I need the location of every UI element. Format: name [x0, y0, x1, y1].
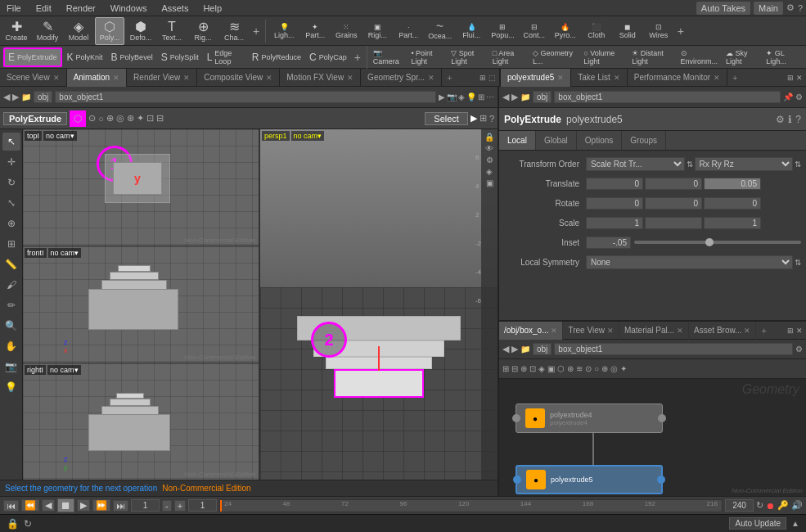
tl-record-icon[interactable]: ⏺	[766, 501, 775, 511]
perspective-viewport[interactable]: 2 persp1 no cam▾ 🔒 👁 ⚙	[260, 129, 498, 480]
auto-update-label[interactable]: Auto Update	[729, 517, 786, 530]
tab-scene-view[interactable]: Scene View ✕	[0, 69, 67, 87]
node-obj-name[interactable]: box_object1	[554, 343, 793, 355]
part2-button[interactable]: · Part...	[394, 17, 423, 45]
top-view-cam[interactable]: no cam▾	[43, 131, 77, 141]
close-icon[interactable]: ✕	[614, 74, 620, 82]
poly-button[interactable]: ⬡ Poly...	[95, 17, 124, 45]
front-view-cam[interactable]: no cam▾	[48, 248, 82, 258]
tab-groups[interactable]: Groups	[622, 131, 666, 150]
node-nav-back[interactable]: ◀	[502, 344, 509, 354]
zoom-icon[interactable]: 🔍	[2, 317, 20, 335]
node-close-icon[interactable]: ✕	[796, 327, 803, 335]
persp-view-cam[interactable]: no cam▾	[291, 131, 325, 141]
rotate-y[interactable]	[645, 197, 702, 210]
close-icon[interactable]: ✕	[266, 74, 272, 82]
pe-icon-6[interactable]: ⊛	[127, 113, 134, 124]
area-light-tool[interactable]: □ Area Light	[490, 47, 529, 67]
rig-button[interactable]: ⊕ Rig...	[188, 17, 218, 45]
transform-order-arrow[interactable]: ⇅	[687, 160, 693, 169]
object-name-input[interactable]: box_object1	[55, 91, 436, 103]
solid-button[interactable]: ◼ Solid	[613, 17, 642, 45]
local-symmetry-arrow[interactable]: ⇅	[795, 258, 801, 267]
node-tool-7[interactable]: ⬡	[557, 364, 565, 373]
node-tool-14[interactable]: ✦	[620, 364, 627, 373]
menu-edit[interactable]: Edit	[33, 3, 55, 13]
toolbar-add-icon-2[interactable]: +	[675, 25, 687, 38]
poly-toolbar-add[interactable]: +	[352, 51, 363, 64]
local-symmetry-select[interactable]: None	[586, 255, 793, 269]
timeline-track[interactable]: 24487296120144168192216	[219, 499, 723, 512]
translate-z[interactable]	[704, 178, 761, 190]
tl-prev-btn[interactable]: ⏪	[21, 499, 39, 512]
pe-icon-4[interactable]: ⊕	[106, 113, 114, 124]
main-label[interactable]: Main	[754, 2, 783, 15]
close-icon[interactable]: ✕	[557, 74, 564, 82]
transform-tool-icon[interactable]: ⊕	[2, 214, 20, 232]
part-button[interactable]: ✦ Part...	[300, 17, 330, 45]
wires-button[interactable]: ⊡ Wires	[644, 17, 673, 45]
node-tool-9[interactable]: ≋	[576, 364, 583, 373]
defo-button[interactable]: ⬢ Defo...	[126, 17, 155, 45]
toolbar-add-icon[interactable]: +	[250, 25, 262, 38]
node-obj-label[interactable]: obj	[533, 343, 552, 355]
text-button[interactable]: T Text...	[157, 17, 187, 45]
lock-icon-status[interactable]: 🔒	[7, 518, 19, 530]
vp-settings-icon[interactable]: ⚙	[486, 156, 493, 165]
polyreduce-tool[interactable]: R PolyReduce	[249, 47, 304, 67]
float-icon[interactable]: ⬚	[489, 74, 496, 82]
pe-question[interactable]: ⊞	[480, 113, 487, 124]
translate-y[interactable]	[645, 178, 702, 190]
obj-label[interactable]: obj	[34, 91, 52, 103]
scale-tool-icon[interactable]: ⤡	[2, 194, 20, 212]
node-tool-13[interactable]: ◎	[610, 364, 618, 373]
polyknit-tool[interactable]: K PolyKnit	[64, 47, 106, 67]
select-tool-icon[interactable]: ↖	[2, 133, 20, 151]
close-icon[interactable]: ✕	[428, 74, 435, 82]
help-icon[interactable]: ?	[798, 3, 803, 13]
tab-render-view[interactable]: Render View ✕	[127, 69, 197, 87]
close-icon[interactable]: ✕	[183, 74, 190, 82]
tl-minus-btn[interactable]: -	[162, 500, 172, 512]
right-view-cam[interactable]: no cam▾	[47, 365, 81, 375]
node-settings-icon[interactable]: ⚙	[795, 345, 803, 354]
right-float-icon[interactable]: ⊞	[787, 74, 794, 82]
node-tab-active[interactable]: /obj/box_o... ✕	[499, 322, 563, 340]
modify-button[interactable]: ✎ Modify	[33, 17, 62, 45]
polycap-tool[interactable]: C PolyCap	[306, 47, 350, 67]
tab-motion-fx[interactable]: Motion FX View ✕	[280, 69, 361, 87]
display-icon[interactable]: ◈	[486, 167, 493, 176]
move-tool-icon[interactable]: ✛	[2, 153, 20, 171]
rotation-arrow[interactable]: ⇅	[795, 160, 801, 169]
sky-light-tool[interactable]: ☁ Sky Light	[723, 47, 762, 67]
snap-icon[interactable]: ⊞	[2, 235, 20, 253]
eye-icon[interactable]: 👁	[485, 144, 493, 153]
pe-icon-3[interactable]: ○	[98, 114, 104, 124]
tab-take-list[interactable]: Take List ✕	[571, 69, 627, 87]
tab-animation[interactable]: Animation ✕	[67, 69, 127, 87]
paint-icon[interactable]: 🖌	[2, 276, 20, 294]
volume-light-tool[interactable]: ○ Volume Light	[581, 47, 628, 67]
tl-start-btn[interactable]: ⏮	[3, 500, 19, 512]
mat-tab-close[interactable]: ✕	[677, 327, 683, 335]
tl-loop-icon[interactable]: ↻	[756, 500, 763, 511]
select-button[interactable]: Select	[425, 112, 468, 125]
top-view-label[interactable]: topI	[25, 131, 42, 141]
scale-y[interactable]	[645, 217, 702, 229]
close-icon[interactable]: ✕	[347, 74, 353, 82]
node-nav-fwd[interactable]: ▶	[511, 344, 518, 354]
tab-global[interactable]: Global	[536, 131, 577, 150]
right-nav-back[interactable]: ◀	[502, 92, 509, 102]
play-icon[interactable]: ▶	[439, 92, 445, 101]
front-view-label[interactable]: frontI	[25, 248, 47, 258]
camera-tool[interactable]: 📷 Camera	[371, 47, 408, 67]
nav-forward-icon[interactable]: ▶	[12, 92, 19, 102]
node-tool-5[interactable]: ◈	[538, 364, 545, 373]
camera-icon[interactable]: 📷	[447, 92, 457, 101]
tab-polyextrude5[interactable]: polyextrude5 ✕	[501, 69, 571, 87]
tab-geometry-spr[interactable]: Geometry Spr... ✕	[361, 69, 442, 87]
select-dropdown[interactable]: ▶	[471, 113, 477, 124]
light-icon[interactable]: 💡	[466, 92, 476, 101]
node-tool-4[interactable]: ⊡	[529, 364, 536, 373]
measure-icon[interactable]: 📏	[2, 255, 20, 273]
